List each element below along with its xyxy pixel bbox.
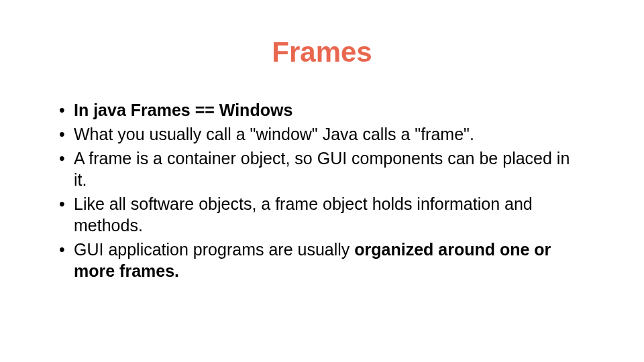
bullet-marker: • — [59, 99, 74, 121]
bullet-text: Like all software objects, a frame objec… — [74, 194, 533, 235]
slide-title: Frames — [0, 36, 644, 68]
bullet-item: •In java Frames == Windows — [59, 99, 585, 121]
bullet-item: •Like all software objects, a frame obje… — [59, 193, 585, 236]
bullet-item: •GUI application programs are usually or… — [59, 239, 585, 282]
bullet-marker: • — [59, 147, 74, 169]
bullet-text: A frame is a container object, so GUI co… — [74, 149, 570, 189]
bullet-text: What you usually call a "window" Java ca… — [74, 125, 474, 143]
bullet-item: •What you usually call a "window" Java c… — [59, 123, 585, 145]
slide-body: •In java Frames == Windows •What you usu… — [59, 99, 585, 284]
bullet-text: GUI application programs are usually — [74, 240, 354, 259]
bullet-marker: • — [59, 193, 74, 215]
bullet-marker: • — [59, 239, 74, 260]
bullet-text: In java Frames == Windows — [74, 101, 292, 119]
slide: Frames •In java Frames == Windows •What … — [0, 0, 644, 362]
bullet-marker: • — [59, 123, 74, 145]
bullet-item: •A frame is a container object, so GUI c… — [59, 147, 585, 190]
